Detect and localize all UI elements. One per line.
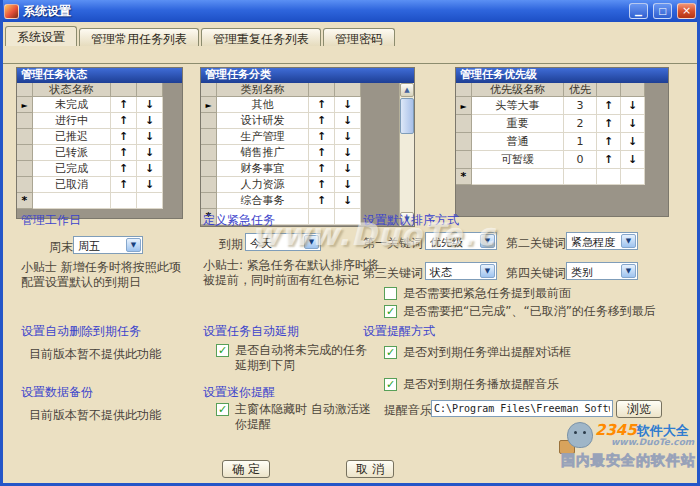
table-row[interactable]: 进行中 ↑ ↓ — [17, 113, 163, 129]
priority-value-cell[interactable]: 2 — [564, 115, 597, 133]
table-row[interactable]: 重要 2 ↑ ↓ — [456, 115, 645, 133]
table-row[interactable]: 已转派 ↑ ↓ — [17, 145, 163, 161]
status-name-cell[interactable]: 已转派 — [33, 145, 111, 161]
tab-common-tasks[interactable]: 管理常用任务列表 — [79, 28, 199, 46]
move-up-button[interactable]: ↑ — [111, 97, 137, 113]
priority-name-cell[interactable]: 普通 — [472, 133, 564, 151]
status-name-cell[interactable]: 未完成 — [33, 97, 111, 113]
scroll-up-button[interactable]: ▲ — [400, 83, 414, 97]
category-name-cell[interactable]: 人力资源 — [217, 177, 309, 193]
table-row[interactable]: 综合事务 ↑ ↓ — [201, 193, 361, 209]
move-up-button[interactable]: ↑ — [597, 115, 621, 133]
chevron-down-icon[interactable]: ▼ — [304, 235, 319, 249]
sort-key4-select[interactable]: 类别 ▼ — [566, 262, 638, 280]
maximize-button[interactable]: □ — [653, 3, 672, 19]
move-down-button[interactable]: ↓ — [335, 177, 361, 193]
table-row[interactable]: 设计研发 ↑ ↓ — [201, 113, 361, 129]
tab-repeat-tasks[interactable]: 管理重复任务列表 — [201, 28, 321, 46]
urgent-due-select[interactable]: 今天 ▼ — [245, 233, 321, 251]
row-header-cell[interactable]: * — [456, 169, 472, 185]
row-header-cell[interactable] — [17, 161, 33, 177]
row-header-cell[interactable] — [201, 145, 217, 161]
move-up-button[interactable]: ↑ — [597, 151, 621, 169]
move-up-button[interactable]: ↑ — [309, 161, 335, 177]
move-down-button[interactable]: ↓ — [335, 161, 361, 177]
status-name-cell[interactable] — [33, 193, 111, 209]
urgent-to-front-checkbox[interactable]: ✓ — [384, 287, 397, 300]
status-name-cell[interactable]: 已推迟 — [33, 129, 111, 145]
ok-button[interactable]: 确 定 — [222, 460, 270, 478]
move-down-button[interactable]: ↓ — [621, 151, 645, 169]
move-up-button[interactable]: ↑ — [309, 145, 335, 161]
remind-cb1-row[interactable]: ✓ 是否对到期任务弹出提醒对话框 — [384, 345, 571, 360]
move-up-button[interactable]: ↑ — [597, 97, 621, 115]
chevron-down-icon[interactable]: ▼ — [621, 234, 636, 248]
sort-cb2-row[interactable]: ✓ 是否需要把“已完成”、“已取消”的任务移到最后 — [384, 304, 656, 319]
move-down-button[interactable]: ↓ — [137, 97, 163, 113]
move-down-button[interactable]: ↓ — [137, 113, 163, 129]
move-down-button[interactable]: ↓ — [335, 193, 361, 209]
row-header-cell[interactable] — [17, 177, 33, 193]
row-header-cell[interactable] — [201, 113, 217, 129]
row-header-cell[interactable] — [17, 129, 33, 145]
sort-cb1-row[interactable]: ✓ 是否需要把紧急任务提到最前面 — [384, 286, 571, 301]
weekend-select[interactable]: 周五 ▼ — [73, 236, 143, 254]
table-row[interactable]: ► 其他 ↑ ↓ — [201, 97, 361, 113]
popup-dialog-checkbox[interactable]: ✓ — [384, 346, 397, 359]
remind-cb2-row[interactable]: ✓ 是否对到期任务播放提醒音乐 — [384, 377, 559, 392]
row-header-cell[interactable]: ► — [456, 97, 472, 115]
chevron-down-icon[interactable]: ▼ — [126, 238, 141, 252]
row-header-cell[interactable] — [17, 113, 33, 129]
postpone-checkbox-row[interactable]: ✓ 是否自动将未完成的任务延期到下周 — [216, 343, 376, 373]
move-down-button[interactable]: ↓ — [137, 129, 163, 145]
move-up-button[interactable]: ↑ — [309, 113, 335, 129]
move-down-button[interactable]: ↓ — [137, 145, 163, 161]
music-path-input[interactable] — [431, 400, 613, 417]
tab-password[interactable]: 管理密码 — [323, 28, 395, 46]
done-to-back-checkbox[interactable]: ✓ — [384, 305, 397, 318]
chevron-down-icon[interactable]: ▼ — [480, 264, 495, 278]
priority-name-cell[interactable]: 头等大事 — [472, 97, 564, 115]
table-row[interactable]: 生产管理 ↑ ↓ — [201, 129, 361, 145]
play-music-checkbox[interactable]: ✓ — [384, 378, 397, 391]
move-up-button[interactable]: ↑ — [111, 129, 137, 145]
chevron-down-icon[interactable]: ▼ — [480, 234, 495, 248]
table-row[interactable]: 普通 1 ↑ ↓ — [456, 133, 645, 151]
table-row[interactable]: 已完成 ↑ ↓ — [17, 161, 163, 177]
move-down-button[interactable]: ↓ — [621, 115, 645, 133]
move-down-button[interactable]: ↓ — [335, 145, 361, 161]
row-header-cell[interactable]: * — [17, 193, 33, 209]
scrollbar-thumb[interactable] — [400, 98, 414, 134]
sort-key3-select[interactable]: 状态 ▼ — [425, 262, 497, 280]
row-header-cell[interactable] — [201, 129, 217, 145]
move-down-button[interactable]: ↓ — [137, 177, 163, 193]
category-name-cell[interactable]: 销售推广 — [217, 145, 309, 161]
priority-value-cell[interactable]: 1 — [564, 133, 597, 151]
row-header-cell[interactable] — [201, 177, 217, 193]
row-header-cell[interactable] — [456, 151, 472, 169]
move-up-button[interactable]: ↑ — [111, 177, 137, 193]
chevron-down-icon[interactable]: ▼ — [621, 264, 636, 278]
mini-reminder-checkbox[interactable]: ✓ — [216, 403, 229, 416]
close-button[interactable]: × — [677, 3, 696, 19]
category-name-cell[interactable]: 设计研发 — [217, 113, 309, 129]
category-name-cell[interactable]: 财务事宜 — [217, 161, 309, 177]
cancel-button[interactable]: 取 消 — [346, 460, 394, 478]
category-name-cell[interactable]: 生产管理 — [217, 129, 309, 145]
priority-name-cell[interactable] — [472, 169, 564, 185]
priority-name-cell[interactable]: 可暂缓 — [472, 151, 564, 169]
status-name-cell[interactable]: 已取消 — [33, 177, 111, 193]
move-down-button[interactable]: ↓ — [137, 161, 163, 177]
category-name-cell[interactable]: 其他 — [217, 97, 309, 113]
browse-button[interactable]: 浏览 — [616, 400, 662, 418]
postpone-checkbox[interactable]: ✓ — [216, 344, 229, 357]
tab-system-settings[interactable]: 系统设置 — [5, 26, 77, 46]
new-row[interactable]: * — [456, 169, 645, 185]
row-header-cell[interactable] — [456, 133, 472, 151]
sort-key2-select[interactable]: 紧急程度 ▼ — [566, 232, 638, 250]
priority-name-cell[interactable]: 重要 — [472, 115, 564, 133]
table-row[interactable]: 可暂缓 0 ↑ ↓ — [456, 151, 645, 169]
move-up-button[interactable]: ↑ — [309, 129, 335, 145]
priority-value-cell[interactable]: 0 — [564, 151, 597, 169]
move-up-button[interactable]: ↑ — [597, 133, 621, 151]
